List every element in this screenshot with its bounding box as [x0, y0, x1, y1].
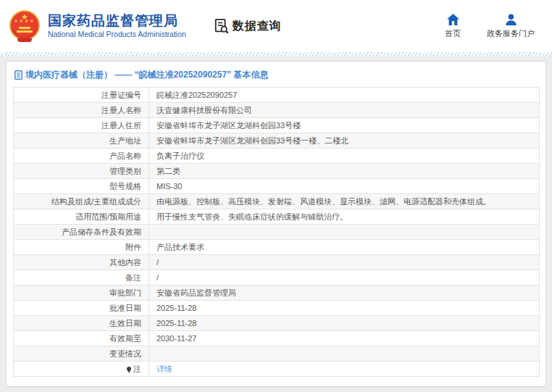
org-title-block: 国家药品监督管理局 National Medical Products Admi…: [48, 13, 186, 39]
row-label: 结构及组成/主要组成成分: [14, 194, 149, 209]
detail-link[interactable]: 详情: [156, 364, 172, 373]
row-value: 负离子治疗仪: [149, 149, 540, 164]
row-value: 2025-11-28: [149, 316, 540, 331]
row-value: 沃壹健康科技股份有限公司: [149, 103, 540, 118]
document-icon: [14, 70, 22, 80]
header: ★ ★★★★ 国家药品监督管理局 National Medical Produc…: [0, 0, 552, 52]
header-nav: 首页 政务服务门户: [445, 14, 538, 39]
table-row: 批准日期2025-11-28: [14, 301, 540, 316]
info-table-body: 注册证编号皖械注准20252090257注册人名称沃壹健康科技股份有限公司注册人…: [14, 88, 540, 377]
table-row: 产品储存条件及有效期: [14, 225, 540, 240]
home-icon: [447, 14, 459, 25]
row-label: 其他内容: [14, 255, 149, 270]
org-subtitle: National Medical Products Administration: [48, 29, 186, 39]
table-row: 有效期至2030-11-27: [14, 331, 540, 346]
row-label: 变更情况: [14, 346, 149, 362]
org-title: 国家药品监督管理局: [48, 13, 186, 29]
table-row: 审批部门安徽省药品监督管理局: [14, 285, 540, 301]
nav-item-label: 首页: [445, 28, 461, 39]
content-panel: 境内医疗器械（注册） —— “皖械注准20252090257” 基本信息 注册证…: [6, 61, 546, 387]
row-label: 产品名称: [14, 149, 149, 164]
user-icon: [505, 14, 517, 25]
table-row: 注册人住所安徽省蚌埠市龙子湖区龙湖科创园33号楼: [14, 118, 540, 133]
pin-icon: [127, 367, 131, 371]
registration-info-table: 注册证编号皖械注准20252090257注册人名称沃壹健康科技股份有限公司注册人…: [13, 87, 540, 377]
nav-item-home[interactable]: 首页: [445, 14, 461, 39]
table-row: 注册证编号皖械注准20252090257: [14, 88, 540, 103]
document-search-icon: [214, 18, 230, 34]
row-label: 产品储存条件及有效期: [14, 225, 149, 240]
row-label: 生产地址: [14, 133, 149, 149]
row-value: 由电源板、控制板、高压模块、发射端、风道模块、显示模块、滤网、电源适配器和壳体组…: [149, 194, 540, 209]
page-background: 境内医疗器械（注册） —— “皖械注准20252090257” 基本信息 注册证…: [0, 56, 552, 392]
row-value: [149, 346, 540, 362]
nav-item-portal[interactable]: 政务服务门户: [487, 14, 535, 39]
row-label: 有效期至: [14, 331, 149, 346]
row-value: /: [149, 270, 540, 285]
breadcrumb: 境内医疗器械（注册） —— “皖械注准20252090257” 基本信息: [7, 62, 545, 87]
row-value: MIS-30: [149, 179, 540, 194]
row-label: 备注: [14, 270, 149, 285]
row-label: 型号规格: [14, 179, 149, 194]
table-row: 结构及组成/主要组成成分由电源板、控制板、高压模块、发射端、风道模块、显示模块、…: [14, 194, 540, 209]
row-value: 安徽省蚌埠市龙子湖区龙湖科创园33号楼一楼、二楼北: [149, 133, 540, 149]
row-value: 2025-11-28: [149, 301, 540, 316]
row-value: 皖械注准20252090257: [149, 88, 540, 103]
row-value: 用于慢性支气管炎、失眠临床症状的缓解与辅助治疗。: [149, 209, 540, 225]
row-label: 注册人名称: [14, 103, 149, 118]
national-emblem-logo: ★ ★★★★: [9, 9, 41, 43]
row-value: 第二类: [149, 164, 540, 179]
row-value: 安徽省药品监督管理局: [149, 285, 540, 301]
row-label: 批准日期: [14, 301, 149, 316]
row-label: 适用范围/预期用途: [14, 209, 149, 225]
row-label: 附件: [14, 240, 149, 255]
table-row: 型号规格MIS-30: [14, 179, 540, 194]
row-label: 管理类别: [14, 164, 149, 179]
row-value: 2030-11-27: [149, 331, 540, 346]
row-value: /: [149, 255, 540, 270]
row-value: 安徽省蚌埠市龙子湖区龙湖科创园33号楼: [149, 118, 540, 133]
table-row: 管理类别第二类: [14, 164, 540, 179]
table-row: 生效日期2025-11-28: [14, 316, 540, 331]
breadcrumb-text: 境内医疗器械（注册） —— “皖械注准20252090257” 基本信息: [25, 69, 268, 81]
row-value: [149, 225, 540, 240]
row-label: 注: [14, 362, 149, 377]
table-row: 注册人名称沃壹健康科技股份有限公司: [14, 103, 540, 118]
data-query-section: 数据查询: [214, 18, 282, 34]
row-value: 详情: [149, 362, 540, 377]
data-query-title: 数据查询: [233, 19, 282, 34]
row-label: 审批部门: [14, 285, 149, 301]
table-row: 备注/: [14, 270, 540, 285]
row-label: 注册证编号: [14, 88, 149, 103]
table-row: 产品名称负离子治疗仪: [14, 149, 540, 164]
row-value: 产品技术要求: [149, 240, 540, 255]
nav-item-label: 政务服务门户: [487, 28, 535, 39]
row-label: 生效日期: [14, 316, 149, 331]
table-row: 注详情: [14, 362, 540, 377]
table-row: 变更情况: [14, 346, 540, 362]
row-label: 注册人住所: [14, 118, 149, 133]
table-row: 附件产品技术要求: [14, 240, 540, 255]
table-row: 生产地址安徽省蚌埠市龙子湖区龙湖科创园33号楼一楼、二楼北: [14, 133, 540, 149]
table-row: 其他内容/: [14, 255, 540, 270]
table-row: 适用范围/预期用途用于慢性支气管炎、失眠临床症状的缓解与辅助治疗。: [14, 209, 540, 225]
